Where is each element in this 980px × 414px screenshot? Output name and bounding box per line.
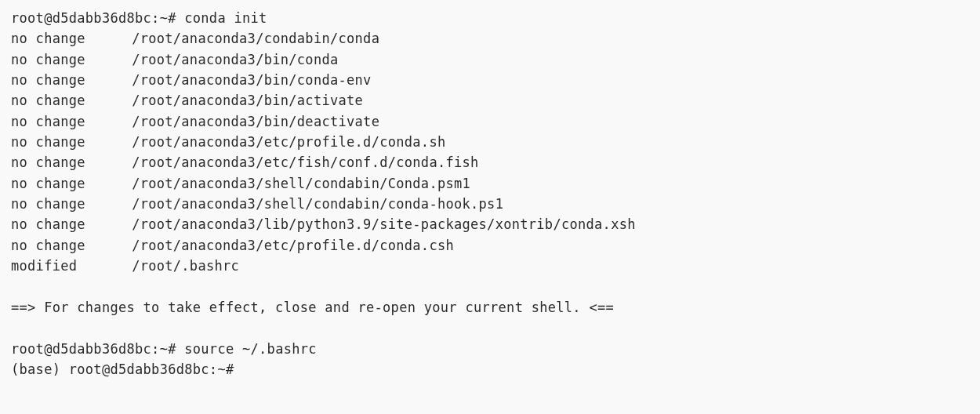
output-row: no change /root/anaconda3/etc/profile.d/… bbox=[11, 235, 969, 256]
path-text: /root/.bashrc bbox=[132, 258, 239, 274]
prompt-line-2: root@d5dabb36d8bc:~# source ~/.bashrc bbox=[11, 339, 969, 359]
output-row: modified /root/.bashrc bbox=[11, 256, 969, 276]
path-text: /root/anaconda3/shell/condabin/conda-hoo… bbox=[132, 196, 503, 212]
path-text: /root/anaconda3/bin/conda bbox=[132, 52, 338, 67]
output-row: no change /root/anaconda3/bin/deactivate bbox=[11, 111, 969, 132]
prompt-user-host: root@d5dabb36d8bc bbox=[69, 361, 209, 377]
status-text: no change bbox=[11, 132, 115, 152]
path-text: /root/anaconda3/shell/condabin/Conda.psm… bbox=[132, 176, 470, 191]
output-row: no change /root/anaconda3/bin/conda-env bbox=[11, 70, 969, 90]
status-text: no change bbox=[11, 152, 115, 172]
status-text: no change bbox=[11, 194, 115, 214]
status-text: no change bbox=[11, 235, 115, 256]
path-text: /root/anaconda3/etc/fish/conf.d/conda.fi… bbox=[132, 154, 478, 170]
blank-line bbox=[11, 318, 969, 338]
output-row: no change /root/anaconda3/lib/python3.9/… bbox=[11, 214, 969, 234]
path-text: /root/anaconda3/etc/profile.d/conda.csh bbox=[132, 238, 454, 253]
path-text: /root/anaconda3/etc/profile.d/conda.sh bbox=[132, 134, 445, 150]
path-text: /root/anaconda3/bin/activate bbox=[132, 93, 363, 108]
command-text: source ~/.bashrc bbox=[184, 341, 317, 357]
prompt-user-host: root@d5dabb36d8bc bbox=[11, 341, 151, 357]
output-row: no change /root/anaconda3/bin/activate bbox=[11, 90, 969, 111]
path-text: /root/anaconda3/lib/python3.9/site-packa… bbox=[132, 216, 636, 232]
prompt-line-3: (base) root@d5dabb36d8bc:~# bbox=[11, 359, 969, 380]
status-text: modified bbox=[11, 256, 115, 276]
status-text: no change bbox=[11, 214, 115, 234]
path-text: /root/anaconda3/condabin/conda bbox=[132, 31, 379, 46]
prompt-cwd: :~# bbox=[209, 361, 234, 377]
command-text: conda init bbox=[184, 10, 267, 26]
status-text: no change bbox=[11, 28, 115, 49]
status-text: no change bbox=[11, 70, 115, 90]
prompt-cwd: :~# bbox=[151, 10, 176, 26]
prompt-env: (base) bbox=[11, 361, 60, 377]
output-row: no change /root/anaconda3/shell/condabin… bbox=[11, 173, 969, 194]
notice-line: ==> For changes to take effect, close an… bbox=[11, 297, 969, 318]
prompt-line-1: root@d5dabb36d8bc:~# conda init bbox=[11, 8, 969, 28]
status-text: no change bbox=[11, 90, 115, 111]
output-row: no change /root/anaconda3/bin/conda bbox=[11, 49, 969, 70]
prompt-cwd: :~# bbox=[151, 341, 176, 357]
terminal-output[interactable]: root@d5dabb36d8bc:~# conda init no chang… bbox=[11, 8, 969, 380]
output-row: no change /root/anaconda3/etc/fish/conf.… bbox=[11, 152, 969, 172]
output-row: no change /root/anaconda3/etc/profile.d/… bbox=[11, 132, 969, 152]
status-text: no change bbox=[11, 173, 115, 194]
path-text: /root/anaconda3/bin/deactivate bbox=[132, 114, 379, 129]
output-row: no change /root/anaconda3/shell/condabin… bbox=[11, 194, 969, 214]
status-text: no change bbox=[11, 49, 115, 70]
path-text: /root/anaconda3/bin/conda-env bbox=[132, 72, 372, 88]
output-row: no change /root/anaconda3/condabin/conda bbox=[11, 28, 969, 49]
blank-line bbox=[11, 276, 969, 296]
prompt-user-host: root@d5dabb36d8bc bbox=[11, 10, 151, 26]
status-text: no change bbox=[11, 111, 115, 132]
